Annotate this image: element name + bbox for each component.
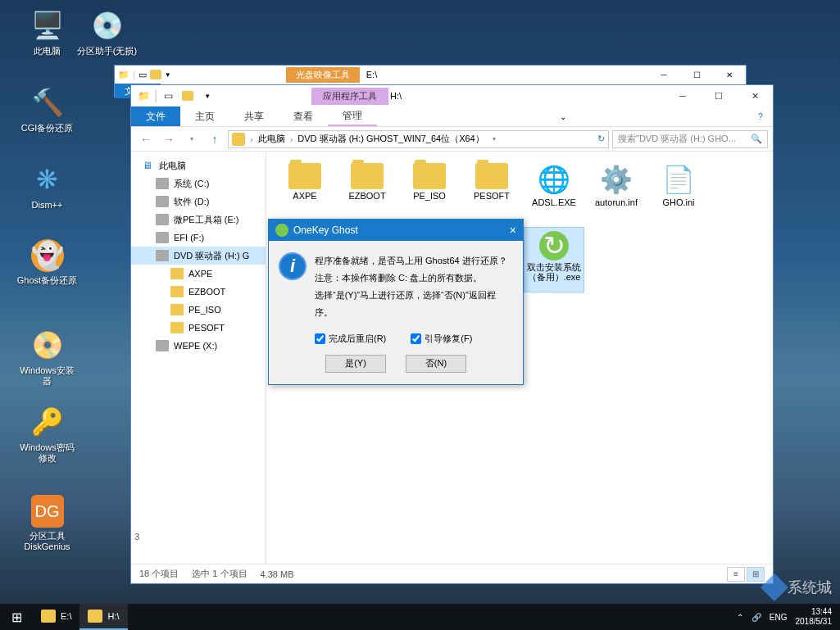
bootfix-checkbox[interactable]: 引导修复(F) xyxy=(411,333,472,345)
watermark-logo-icon xyxy=(761,573,788,601)
folder-icon xyxy=(41,610,56,623)
tray-net-icon[interactable]: 🔗 xyxy=(751,613,761,622)
restart-checkbox-input[interactable] xyxy=(315,333,325,344)
breadcrumb-pc[interactable]: 此电脑 xyxy=(258,133,285,145)
desktop-icon-ghost[interactable]: 👻Ghost备份还原 xyxy=(16,239,78,286)
tree-item[interactable]: PE_ISO xyxy=(131,301,266,319)
desktop-icon-wininstall[interactable]: 📀Windows安装器 xyxy=(16,328,78,387)
desktop-icon-cgi[interactable]: 🔨CGI备份还原 xyxy=(16,85,78,134)
desktop-icon-thispc[interactable]: 🖥️此电脑 xyxy=(16,8,78,57)
status-bar: 18 个项目 选中 1 个项目 4.38 MB ≡ ⊞ xyxy=(131,564,773,583)
ghost-icon: 👻 xyxy=(31,239,64,272)
tree-item[interactable]: AXPE xyxy=(131,265,266,283)
file-item[interactable]: PESOFT xyxy=(461,160,522,225)
status-count: 18 个项目 xyxy=(139,568,179,580)
qat-props-icon[interactable]: ▭ xyxy=(159,88,177,104)
close-button[interactable]: ✕ xyxy=(713,66,746,84)
ribbon-tab-view[interactable]: 查看 xyxy=(279,107,328,126)
refresh-icon[interactable]: ↻ xyxy=(597,134,605,144)
file-item[interactable]: 📄GHO.ini xyxy=(648,160,709,225)
qat-sep: | xyxy=(133,70,135,79)
drive-label: H:\ xyxy=(390,91,402,101)
nav-recent-button[interactable]: ▾ xyxy=(182,129,202,149)
taskbar-item-e[interactable]: E:\ xyxy=(33,604,79,630)
pc-icon: 🖥 xyxy=(141,160,154,171)
drive-icon xyxy=(156,232,169,243)
dialog-title: OneKey Ghost xyxy=(293,224,358,236)
ribbon-tab-home[interactable]: 主页 xyxy=(180,107,229,126)
ribbon-tab-share[interactable]: 共享 xyxy=(229,107,279,126)
file-item[interactable]: ↻双击安装系统（备用）.exe xyxy=(524,227,584,292)
file-item[interactable]: EZBOOT xyxy=(337,160,397,225)
status-size: 4.38 MB xyxy=(261,569,294,579)
desktop-icon-winpwd[interactable]: 🔑Windows密码修改 xyxy=(16,405,78,464)
taskbar-item-h[interactable]: H:\ xyxy=(79,604,127,630)
close-button[interactable]: ✕ xyxy=(737,85,773,107)
partition-icon: 💿 xyxy=(90,8,125,43)
tree-item[interactable]: 🖥此电脑 xyxy=(131,156,266,174)
file-item-label: PE_ISO xyxy=(413,191,446,201)
tree-item[interactable]: DVD 驱动器 (H:) G xyxy=(131,247,266,265)
qat-props-icon[interactable]: ▭ xyxy=(138,70,147,80)
file-item[interactable]: AXPE xyxy=(275,160,335,225)
nav-back-button[interactable]: ← xyxy=(136,129,156,149)
nav-up-button[interactable]: ↑ xyxy=(205,129,225,149)
qat-dropdown-icon[interactable]: ▼ xyxy=(198,88,216,104)
breadcrumb-drive[interactable]: DVD 驱动器 (H:) GHOST_WIN7_64位（X64） xyxy=(297,133,484,145)
file-item[interactable]: PE_ISO xyxy=(399,160,460,225)
qat-new-icon[interactable] xyxy=(150,70,161,79)
folder-icon xyxy=(170,322,184,333)
breadcrumb-dropdown[interactable]: ▾ xyxy=(489,135,499,143)
view-details-button[interactable]: ≡ xyxy=(727,567,745,582)
maximize-button[interactable]: ☐ xyxy=(680,66,713,84)
ribbon-tab-file[interactable]: 文件 xyxy=(131,107,180,126)
tree-item[interactable]: WEPE (X:) xyxy=(131,337,266,355)
tree-item[interactable]: 微PE工具箱 (E:) xyxy=(131,211,266,229)
dialog-titlebar[interactable]: OneKey Ghost × xyxy=(269,220,523,241)
bootfix-checkbox-input[interactable] xyxy=(411,333,421,344)
titlebar[interactable]: 📁 | ▭ ▼ 应用程序工具 H:\ ─ ☐ ✕ xyxy=(131,85,773,107)
chevron-right-icon[interactable]: › xyxy=(247,134,257,144)
minimize-button[interactable]: ─ xyxy=(665,85,701,107)
nav-tree: 🖥此电脑系统 (C:)软件 (D:)微PE工具箱 (E:)EFI (F:)DVD… xyxy=(131,152,266,564)
nav-forward-button[interactable]: → xyxy=(159,129,179,149)
qat-dropdown-icon[interactable]: ▼ xyxy=(165,71,171,79)
tree-item[interactable]: PESOFT xyxy=(131,319,266,337)
file-item[interactable]: ⚙️autorun.inf xyxy=(586,160,647,225)
restart-checkbox[interactable]: 完成后重启(R) xyxy=(315,333,386,345)
desktop-icon-dism[interactable]: ❋Dism++ xyxy=(16,162,78,211)
chevron-right-icon[interactable]: › xyxy=(287,134,297,144)
search-icon[interactable]: 🔍 xyxy=(751,134,762,144)
search-input[interactable]: 搜索"DVD 驱动器 (H:) GHO... 🔍 xyxy=(612,130,768,148)
taskbar: ⊞ E:\ H:\ ⌃ 🔗 ENG 13:44 2018/5/31 xyxy=(0,604,840,630)
file-item-label: GHO.ini xyxy=(662,197,694,207)
dialog-close-button[interactable]: × xyxy=(510,224,516,237)
tray-expand-icon[interactable]: ⌃ xyxy=(737,613,743,622)
ribbon-expand-icon[interactable]: ⌄ xyxy=(551,107,575,126)
tree-item[interactable]: EFI (F:) xyxy=(131,229,266,247)
onekey-ghost-dialog: OneKey Ghost × i 程序准备就绪，是否马上用 Ghost64 进行… xyxy=(268,219,524,385)
tree-item[interactable]: 软件 (D:) xyxy=(131,193,266,211)
minimize-button[interactable]: ─ xyxy=(647,66,680,84)
tree-item[interactable]: EZBOOT xyxy=(131,283,266,301)
start-button[interactable]: ⊞ xyxy=(0,604,33,630)
qat-new-icon[interactable] xyxy=(179,88,197,104)
no-button[interactable]: 否(N) xyxy=(406,355,466,373)
ribbon-tab-manage[interactable]: 管理 xyxy=(328,107,377,126)
maximize-button[interactable]: ☐ xyxy=(701,85,737,107)
desktop-icon-partition[interactable]: 💿分区助手(无损) xyxy=(76,8,138,57)
tree-item[interactable]: 系统 (C:) xyxy=(131,174,266,193)
tray-clock[interactable]: 13:44 2018/5/31 xyxy=(796,607,833,627)
drive-label: E:\ xyxy=(366,70,377,79)
ribbon-help-icon[interactable]: ? xyxy=(748,107,773,126)
tree-item-label: 系统 (C:) xyxy=(174,178,209,190)
file-item-label: EZBOOT xyxy=(348,191,385,201)
desktop-icon-diskgenius[interactable]: DG分区工具DiskGenius xyxy=(16,495,78,552)
tray-lang[interactable]: ENG xyxy=(770,613,788,622)
info-icon: i xyxy=(279,252,306,280)
breadcrumb[interactable]: › 此电脑 › DVD 驱动器 (H:) GHOST_WIN7_64位（X64）… xyxy=(228,130,609,148)
file-item[interactable]: 🌐ADSL.EXE xyxy=(524,160,584,225)
yes-button[interactable]: 是(Y) xyxy=(325,355,386,373)
cgi-icon: 🔨 xyxy=(30,85,65,120)
view-icons-button[interactable]: ⊞ xyxy=(747,567,765,582)
